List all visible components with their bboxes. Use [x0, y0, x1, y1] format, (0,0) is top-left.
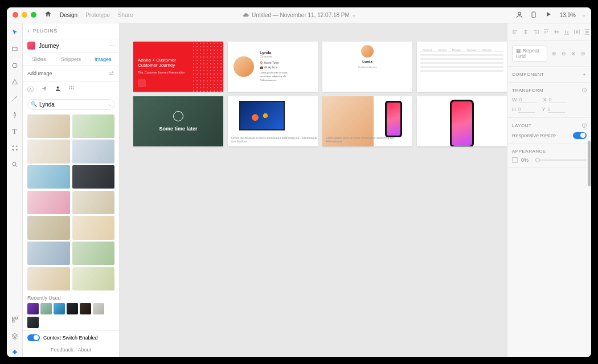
tab-slides[interactable]: Slides — [23, 53, 55, 66]
recent-thumb[interactable] — [54, 303, 65, 314]
boolean-add-icon[interactable]: ⊕ — [551, 50, 557, 58]
plugins-icon[interactable] — [10, 348, 19, 357]
select-tool-icon[interactable] — [10, 28, 19, 37]
pen-tool-icon[interactable] — [10, 111, 19, 120]
image-thumb[interactable] — [72, 216, 115, 239]
settings-sliders-icon[interactable] — [108, 70, 114, 77]
user-icon[interactable] — [55, 85, 63, 93]
image-thumb[interactable] — [27, 267, 70, 291]
image-thumb[interactable] — [27, 140, 70, 163]
back-chevron-icon[interactable]: ‹ — [27, 28, 30, 34]
distribute-h-icon[interactable] — [574, 28, 580, 36]
repeat-grid-button[interactable]: ▦ Repeat Grid — [512, 46, 547, 62]
image-thumb[interactable] — [72, 242, 115, 265]
ellipse-tool-icon[interactable] — [10, 61, 19, 70]
align-vcenter-icon[interactable] — [553, 28, 560, 36]
recent-thumb[interactable] — [27, 317, 39, 328]
scrollbar-thumb[interactable] — [588, 141, 591, 186]
polygon-tool-icon[interactable] — [10, 77, 19, 87]
recent-thumb[interactable] — [27, 303, 39, 314]
align-right-icon[interactable] — [533, 28, 539, 36]
image-thumb[interactable] — [27, 216, 70, 239]
play-icon[interactable] — [545, 11, 553, 19]
align-bottom-icon[interactable] — [563, 28, 570, 36]
tab-design[interactable]: Design — [60, 12, 77, 18]
artboard[interactable]: Lynda Customer Journey — [322, 42, 412, 92]
profile-icon[interactable] — [515, 11, 523, 19]
image-thumb[interactable] — [27, 242, 70, 265]
add-component-icon[interactable]: ＋ — [582, 71, 587, 77]
home-icon[interactable] — [44, 10, 52, 19]
context-switch-toggle[interactable] — [27, 334, 40, 341]
boolean-exclude-icon[interactable]: ⊘ — [580, 50, 587, 58]
grid-icon[interactable] — [68, 85, 76, 93]
adobe-stock-icon[interactable]: Ⓐ — [27, 85, 35, 93]
info-icon[interactable]: ⓘ — [582, 87, 587, 93]
phone-mockup — [385, 101, 402, 137]
search-input[interactable] — [27, 99, 114, 110]
image-thumb[interactable] — [72, 140, 115, 163]
opacity-slider[interactable] — [535, 159, 587, 161]
artboard[interactable]: Some time later — [133, 96, 223, 146]
image-thumb[interactable] — [72, 114, 115, 138]
line-tool-icon[interactable] — [10, 94, 19, 103]
artboard-tool-icon[interactable] — [10, 144, 19, 153]
document-title[interactable]: Untitled — November 11, 12.07.18 PM ⌵ — [243, 12, 355, 18]
artboard[interactable]: ResearchConnectDecisionPurchaseRetention — [417, 42, 507, 92]
device-preview-icon[interactable] — [530, 11, 538, 19]
text-tool-icon[interactable]: T — [10, 127, 19, 136]
svg-rect-2 — [13, 47, 17, 51]
image-thumb[interactable] — [72, 267, 115, 291]
more-icon[interactable]: ⋯ — [109, 43, 114, 49]
image-thumb[interactable] — [27, 114, 70, 138]
boolean-intersect-icon[interactable]: ⊗ — [571, 50, 577, 58]
y-input[interactable] — [548, 107, 565, 113]
distribute-v-icon[interactable] — [584, 28, 591, 36]
recent-thumb[interactable] — [67, 303, 78, 314]
feedback-link[interactable]: Feedback — [51, 347, 73, 353]
boolean-subtract-icon[interactable]: ⊖ — [560, 50, 567, 58]
artboard[interactable] — [417, 96, 507, 146]
image-thumb[interactable] — [27, 191, 70, 214]
tab-images[interactable]: Images — [87, 53, 119, 66]
rectangle-tool-icon[interactable] — [10, 44, 19, 54]
image-thumb[interactable] — [27, 165, 70, 189]
layers-icon[interactable] — [10, 332, 19, 341]
send-icon[interactable] — [41, 85, 49, 93]
width-input[interactable] — [519, 97, 536, 103]
maximize-window-button[interactable] — [31, 12, 36, 18]
slide-subtitle: Customer Journey — [138, 63, 175, 68]
zoom-tool-icon[interactable] — [10, 160, 19, 169]
height-input[interactable] — [518, 107, 535, 113]
slide-title: Adobe + Customer — [138, 58, 176, 63]
recent-thumb[interactable] — [80, 303, 91, 314]
chevron-down-icon[interactable]: ⌵ — [583, 13, 585, 18]
canvas[interactable]: Adobe + CustomerCustomer Journey Title, … — [120, 23, 507, 357]
align-left-icon[interactable] — [512, 28, 519, 36]
tab-snippets[interactable]: Snippets — [55, 53, 87, 66]
align-hcenter-icon[interactable] — [522, 28, 529, 36]
align-top-icon[interactable] — [543, 28, 550, 36]
artboard[interactable]: Lorem ipsum dolor sit amet consectetur a… — [228, 96, 318, 146]
x-input[interactable] — [549, 97, 566, 103]
image-thumb[interactable] — [72, 165, 115, 189]
tab-share[interactable]: Share — [118, 12, 133, 18]
opacity-checkbox[interactable] — [512, 157, 518, 163]
recent-thumb[interactable] — [40, 303, 52, 314]
tab-prototype[interactable]: Prototype — [85, 12, 110, 18]
plugin-logo-icon — [27, 42, 35, 50]
assets-icon[interactable] — [10, 315, 19, 324]
info-icon[interactable]: ⓘ — [582, 122, 587, 129]
close-window-button[interactable] — [13, 12, 18, 18]
artboard[interactable]: Lorem ipsum dolor sit amet consectetur a… — [322, 96, 412, 146]
artboard[interactable]: Lynda Customer 🏠 Home Town 💼 Workplace L… — [228, 42, 318, 92]
chevron-down-icon[interactable]: ⌵ — [108, 101, 111, 107]
persona-work: Workplace — [264, 66, 277, 69]
about-link[interactable]: About — [78, 347, 92, 353]
minimize-window-button[interactable] — [22, 12, 27, 18]
artboard[interactable]: Adobe + CustomerCustomer Journey Title, … — [133, 42, 223, 92]
zoom-level[interactable]: 13.9% — [560, 12, 576, 18]
recent-thumb[interactable] — [93, 303, 104, 314]
responsive-toggle[interactable] — [573, 132, 587, 139]
image-thumb[interactable] — [72, 191, 115, 214]
